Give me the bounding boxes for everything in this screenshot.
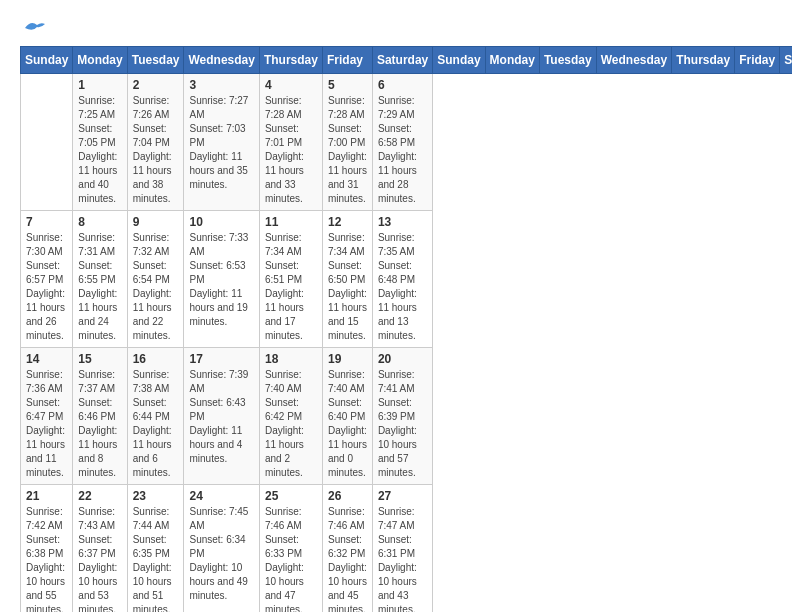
calendar-cell: 12Sunrise: 7:34 AMSunset: 6:50 PMDayligh… — [322, 211, 372, 348]
day-number: 1 — [78, 78, 121, 92]
day-number: 3 — [189, 78, 253, 92]
calendar-week-row: 14Sunrise: 7:36 AMSunset: 6:47 PMDayligh… — [21, 348, 793, 485]
calendar-cell: 27Sunrise: 7:47 AMSunset: 6:31 PMDayligh… — [372, 485, 432, 613]
day-number: 5 — [328, 78, 367, 92]
day-header-sunday: Sunday — [21, 47, 73, 74]
day-info: Sunrise: 7:26 AMSunset: 7:04 PMDaylight:… — [133, 94, 179, 206]
day-info: Sunrise: 7:25 AMSunset: 7:05 PMDaylight:… — [78, 94, 121, 206]
calendar-week-row: 1Sunrise: 7:25 AMSunset: 7:05 PMDaylight… — [21, 74, 793, 211]
day-header-thursday: Thursday — [672, 47, 735, 74]
day-header-wednesday: Wednesday — [184, 47, 259, 74]
logo — [20, 20, 45, 36]
day-number: 7 — [26, 215, 67, 229]
day-number: 24 — [189, 489, 253, 503]
day-number: 10 — [189, 215, 253, 229]
calendar-cell: 17Sunrise: 7:39 AMSunset: 6:43 PMDayligh… — [184, 348, 259, 485]
day-number: 4 — [265, 78, 317, 92]
day-info: Sunrise: 7:43 AMSunset: 6:37 PMDaylight:… — [78, 505, 121, 612]
day-header-saturday: Saturday — [372, 47, 432, 74]
calendar-week-row: 7Sunrise: 7:30 AMSunset: 6:57 PMDaylight… — [21, 211, 793, 348]
calendar-cell: 19Sunrise: 7:40 AMSunset: 6:40 PMDayligh… — [322, 348, 372, 485]
day-number: 17 — [189, 352, 253, 366]
day-header-friday: Friday — [322, 47, 372, 74]
day-number: 25 — [265, 489, 317, 503]
day-info: Sunrise: 7:46 AMSunset: 6:33 PMDaylight:… — [265, 505, 317, 612]
calendar-cell: 23Sunrise: 7:44 AMSunset: 6:35 PMDayligh… — [127, 485, 184, 613]
calendar-cell: 9Sunrise: 7:32 AMSunset: 6:54 PMDaylight… — [127, 211, 184, 348]
day-info: Sunrise: 7:40 AMSunset: 6:42 PMDaylight:… — [265, 368, 317, 480]
calendar-cell: 8Sunrise: 7:31 AMSunset: 6:55 PMDaylight… — [73, 211, 127, 348]
day-number: 26 — [328, 489, 367, 503]
day-header-wednesday: Wednesday — [596, 47, 671, 74]
day-header-thursday: Thursday — [259, 47, 322, 74]
page-header — [20, 20, 772, 36]
day-info: Sunrise: 7:39 AMSunset: 6:43 PMDaylight:… — [189, 368, 253, 466]
day-number: 21 — [26, 489, 67, 503]
day-number: 2 — [133, 78, 179, 92]
day-info: Sunrise: 7:40 AMSunset: 6:40 PMDaylight:… — [328, 368, 367, 480]
day-header-friday: Friday — [735, 47, 780, 74]
day-number: 22 — [78, 489, 121, 503]
day-info: Sunrise: 7:38 AMSunset: 6:44 PMDaylight:… — [133, 368, 179, 480]
calendar-cell: 22Sunrise: 7:43 AMSunset: 6:37 PMDayligh… — [73, 485, 127, 613]
calendar-cell: 20Sunrise: 7:41 AMSunset: 6:39 PMDayligh… — [372, 348, 432, 485]
day-info: Sunrise: 7:29 AMSunset: 6:58 PMDaylight:… — [378, 94, 427, 206]
day-info: Sunrise: 7:28 AMSunset: 7:01 PMDaylight:… — [265, 94, 317, 206]
day-header-tuesday: Tuesday — [539, 47, 596, 74]
calendar-cell — [21, 74, 73, 211]
calendar-cell: 6Sunrise: 7:29 AMSunset: 6:58 PMDaylight… — [372, 74, 432, 211]
calendar-cell: 21Sunrise: 7:42 AMSunset: 6:38 PMDayligh… — [21, 485, 73, 613]
calendar-cell: 11Sunrise: 7:34 AMSunset: 6:51 PMDayligh… — [259, 211, 322, 348]
day-number: 9 — [133, 215, 179, 229]
calendar-week-row: 21Sunrise: 7:42 AMSunset: 6:38 PMDayligh… — [21, 485, 793, 613]
calendar-cell: 16Sunrise: 7:38 AMSunset: 6:44 PMDayligh… — [127, 348, 184, 485]
day-number: 12 — [328, 215, 367, 229]
day-header-sunday: Sunday — [433, 47, 485, 74]
day-info: Sunrise: 7:36 AMSunset: 6:47 PMDaylight:… — [26, 368, 67, 480]
calendar-cell: 14Sunrise: 7:36 AMSunset: 6:47 PMDayligh… — [21, 348, 73, 485]
calendar-cell: 18Sunrise: 7:40 AMSunset: 6:42 PMDayligh… — [259, 348, 322, 485]
day-header-tuesday: Tuesday — [127, 47, 184, 74]
day-info: Sunrise: 7:32 AMSunset: 6:54 PMDaylight:… — [133, 231, 179, 343]
day-info: Sunrise: 7:44 AMSunset: 6:35 PMDaylight:… — [133, 505, 179, 612]
day-info: Sunrise: 7:37 AMSunset: 6:46 PMDaylight:… — [78, 368, 121, 480]
day-number: 13 — [378, 215, 427, 229]
day-number: 14 — [26, 352, 67, 366]
day-header-monday: Monday — [73, 47, 127, 74]
day-number: 19 — [328, 352, 367, 366]
calendar-table: SundayMondayTuesdayWednesdayThursdayFrid… — [20, 46, 792, 612]
calendar-cell: 10Sunrise: 7:33 AMSunset: 6:53 PMDayligh… — [184, 211, 259, 348]
day-info: Sunrise: 7:47 AMSunset: 6:31 PMDaylight:… — [378, 505, 427, 612]
day-info: Sunrise: 7:34 AMSunset: 6:50 PMDaylight:… — [328, 231, 367, 343]
day-number: 27 — [378, 489, 427, 503]
day-info: Sunrise: 7:28 AMSunset: 7:00 PMDaylight:… — [328, 94, 367, 206]
calendar-header-row: SundayMondayTuesdayWednesdayThursdayFrid… — [21, 47, 793, 74]
day-info: Sunrise: 7:31 AMSunset: 6:55 PMDaylight:… — [78, 231, 121, 343]
calendar-cell: 2Sunrise: 7:26 AMSunset: 7:04 PMDaylight… — [127, 74, 184, 211]
calendar-cell: 15Sunrise: 7:37 AMSunset: 6:46 PMDayligh… — [73, 348, 127, 485]
day-info: Sunrise: 7:42 AMSunset: 6:38 PMDaylight:… — [26, 505, 67, 612]
day-info: Sunrise: 7:34 AMSunset: 6:51 PMDaylight:… — [265, 231, 317, 343]
day-header-monday: Monday — [485, 47, 539, 74]
day-info: Sunrise: 7:46 AMSunset: 6:32 PMDaylight:… — [328, 505, 367, 612]
calendar-cell: 25Sunrise: 7:46 AMSunset: 6:33 PMDayligh… — [259, 485, 322, 613]
day-number: 20 — [378, 352, 427, 366]
day-number: 18 — [265, 352, 317, 366]
calendar-cell: 5Sunrise: 7:28 AMSunset: 7:00 PMDaylight… — [322, 74, 372, 211]
day-info: Sunrise: 7:41 AMSunset: 6:39 PMDaylight:… — [378, 368, 427, 480]
day-number: 15 — [78, 352, 121, 366]
logo-bird-icon — [23, 20, 45, 36]
calendar-cell: 7Sunrise: 7:30 AMSunset: 6:57 PMDaylight… — [21, 211, 73, 348]
calendar-cell: 4Sunrise: 7:28 AMSunset: 7:01 PMDaylight… — [259, 74, 322, 211]
calendar-cell: 13Sunrise: 7:35 AMSunset: 6:48 PMDayligh… — [372, 211, 432, 348]
calendar-cell: 24Sunrise: 7:45 AMSunset: 6:34 PMDayligh… — [184, 485, 259, 613]
calendar-cell: 26Sunrise: 7:46 AMSunset: 6:32 PMDayligh… — [322, 485, 372, 613]
day-number: 16 — [133, 352, 179, 366]
day-info: Sunrise: 7:45 AMSunset: 6:34 PMDaylight:… — [189, 505, 253, 603]
day-number: 11 — [265, 215, 317, 229]
day-number: 23 — [133, 489, 179, 503]
day-info: Sunrise: 7:27 AMSunset: 7:03 PMDaylight:… — [189, 94, 253, 192]
calendar-cell: 3Sunrise: 7:27 AMSunset: 7:03 PMDaylight… — [184, 74, 259, 211]
day-number: 8 — [78, 215, 121, 229]
calendar-cell: 1Sunrise: 7:25 AMSunset: 7:05 PMDaylight… — [73, 74, 127, 211]
